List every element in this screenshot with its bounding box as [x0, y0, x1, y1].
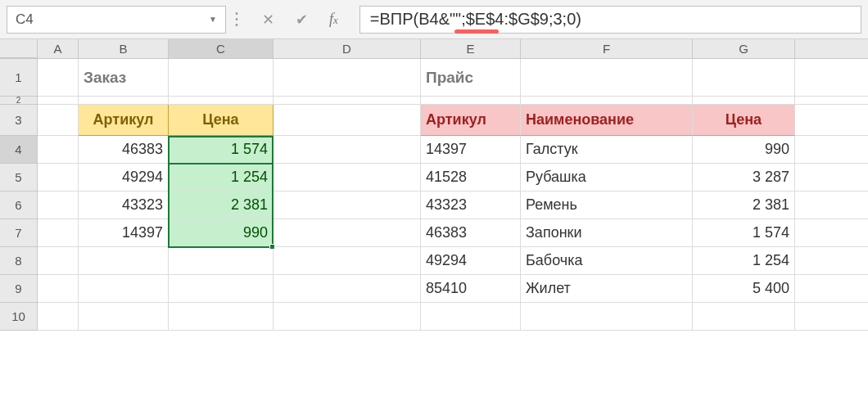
cell-F8[interactable]: Бабочка	[521, 247, 693, 275]
cell-A6[interactable]	[38, 191, 79, 219]
column-header-F[interactable]: F	[521, 39, 693, 58]
column-header-G[interactable]: G	[693, 39, 795, 58]
cell-B5[interactable]: 49294	[79, 164, 169, 191]
cell-C1[interactable]	[169, 59, 274, 97]
cell-E6[interactable]: 43323	[421, 191, 521, 219]
cell-B10[interactable]	[79, 303, 169, 331]
cell-B6[interactable]: 43323	[79, 191, 169, 219]
cell-C7[interactable]: 990	[169, 219, 274, 247]
cell-extra-4[interactable]	[795, 136, 868, 164]
cell-F9[interactable]: Жилет	[521, 275, 693, 303]
accept-icon[interactable]: ✔	[296, 11, 308, 29]
cell-D1[interactable]	[274, 59, 421, 97]
cell-A8[interactable]	[38, 247, 79, 275]
cell-G6[interactable]: 2 381	[693, 191, 795, 219]
cell-D5[interactable]	[274, 164, 421, 191]
cell-F3[interactable]: Наименование	[521, 105, 693, 136]
insert-function-icon[interactable]: fx	[329, 11, 338, 28]
spreadsheet-grid[interactable]: A B C D E F G 1 Заказ Прайс 2	[0, 39, 868, 331]
column-header-E[interactable]: E	[421, 39, 521, 58]
cell-C2[interactable]	[169, 97, 274, 105]
row-header-8[interactable]: 8	[0, 247, 38, 275]
cell-A4[interactable]	[38, 136, 79, 164]
row-header-6[interactable]: 6	[0, 191, 38, 219]
cell-A7[interactable]	[38, 219, 79, 247]
row-header-7[interactable]: 7	[0, 219, 38, 247]
cell-B2[interactable]	[79, 97, 169, 105]
cell-C9[interactable]	[169, 275, 274, 303]
cell-F6[interactable]: Ремень	[521, 191, 693, 219]
cell-G5[interactable]: 3 287	[693, 164, 795, 191]
cell-F4[interactable]: Галстук	[521, 136, 693, 164]
cell-A3[interactable]	[38, 105, 79, 136]
cell-D4[interactable]	[274, 136, 421, 164]
cell-extra-8[interactable]	[795, 247, 868, 275]
cell-extra-3[interactable]	[795, 105, 868, 136]
row-header-3[interactable]: 3	[0, 105, 38, 136]
cell-F10[interactable]	[521, 303, 693, 331]
cell-F5[interactable]: Рубашка	[521, 164, 693, 191]
cell-E3[interactable]: Артикул	[421, 105, 521, 136]
cell-G9[interactable]: 5 400	[693, 275, 795, 303]
cell-C3[interactable]: Цена	[169, 105, 274, 136]
row-header-10[interactable]: 10	[0, 303, 38, 331]
cell-C6[interactable]: 2 381	[169, 191, 274, 219]
column-header-D[interactable]: D	[274, 39, 421, 58]
cell-G1[interactable]	[693, 59, 795, 97]
name-box-dropdown-icon[interactable]: ▼	[209, 15, 217, 24]
cell-E5[interactable]: 41528	[421, 164, 521, 191]
cell-G4[interactable]: 990	[693, 136, 795, 164]
cell-C4[interactable]: 1 574	[169, 136, 274, 164]
cell-G10[interactable]	[693, 303, 795, 331]
row-header-4[interactable]: 4	[0, 136, 38, 164]
cell-A5[interactable]	[38, 164, 79, 191]
cell-extra-2[interactable]	[795, 97, 868, 105]
cell-A10[interactable]	[38, 303, 79, 331]
row-header-2[interactable]: 2	[0, 97, 38, 105]
cell-D3[interactable]	[274, 105, 421, 136]
cell-E1[interactable]: Прайс	[421, 59, 521, 97]
cell-D7[interactable]	[274, 219, 421, 247]
cell-extra-1[interactable]	[795, 59, 868, 97]
row-header-5[interactable]: 5	[0, 164, 38, 191]
formula-input[interactable]: =ВПР(B4&"";$E$4:$G$9;3;0)	[359, 6, 861, 34]
cell-E2[interactable]	[421, 97, 521, 105]
cell-extra-6[interactable]	[795, 191, 868, 219]
name-box[interactable]: C4 ▼	[7, 6, 226, 34]
cell-B3[interactable]: Артикул	[79, 105, 169, 136]
cell-extra-5[interactable]	[795, 164, 868, 191]
cell-C8[interactable]	[169, 247, 274, 275]
cell-D10[interactable]	[274, 303, 421, 331]
cell-D8[interactable]	[274, 247, 421, 275]
cell-B4[interactable]: 46383	[79, 136, 169, 164]
cell-A1[interactable]	[38, 59, 79, 97]
cell-G8[interactable]: 1 254	[693, 247, 795, 275]
column-header-A[interactable]: A	[38, 39, 79, 58]
cell-A2[interactable]	[38, 97, 79, 105]
cell-B9[interactable]	[79, 275, 169, 303]
column-header-B[interactable]: B	[79, 39, 169, 58]
cell-B7[interactable]: 14397	[79, 219, 169, 247]
cell-D6[interactable]	[274, 191, 421, 219]
cell-G3[interactable]: Цена	[693, 105, 795, 136]
cell-F2[interactable]	[521, 97, 693, 105]
cell-A9[interactable]	[38, 275, 79, 303]
cell-extra-9[interactable]	[795, 275, 868, 303]
row-header-9[interactable]: 9	[0, 275, 38, 303]
cell-extra-10[interactable]	[795, 303, 868, 331]
cell-B8[interactable]	[79, 247, 169, 275]
cell-F7[interactable]: Запонки	[521, 219, 693, 247]
cell-D2[interactable]	[274, 97, 421, 105]
cell-G2[interactable]	[693, 97, 795, 105]
cell-F1[interactable]	[521, 59, 693, 97]
column-header-C[interactable]: C	[169, 39, 274, 58]
cell-D9[interactable]	[274, 275, 421, 303]
column-header-extra[interactable]	[795, 39, 868, 58]
row-header-1[interactable]: 1	[0, 59, 38, 97]
cell-G7[interactable]: 1 574	[693, 219, 795, 247]
cell-B1[interactable]: Заказ	[79, 59, 169, 97]
select-all-corner[interactable]	[0, 39, 38, 58]
cell-E4[interactable]: 14397	[421, 136, 521, 164]
cell-E8[interactable]: 49294	[421, 247, 521, 275]
cell-extra-7[interactable]	[795, 219, 868, 247]
